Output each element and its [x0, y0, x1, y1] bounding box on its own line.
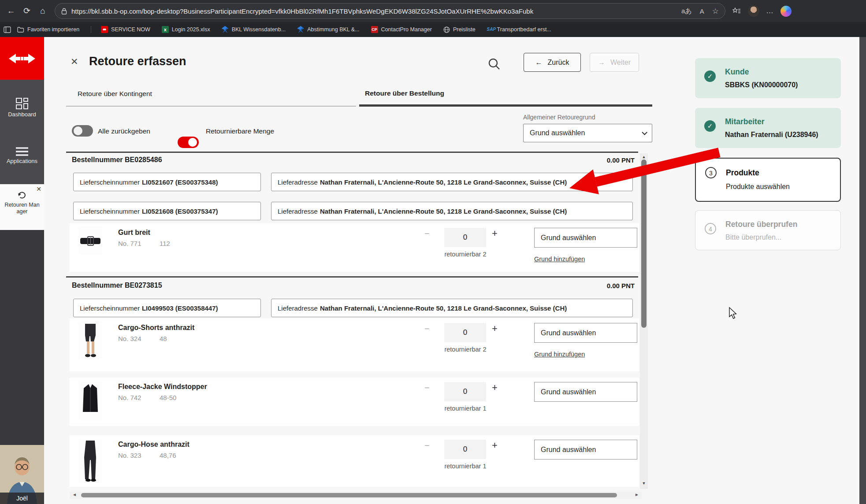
step-title: Retoure überprufen [725, 220, 797, 229]
delivery-note-button[interactable]: LieferscheinnummerLI0521608 (ES00375347) [73, 202, 261, 220]
increase-quantity-button[interactable]: + [492, 440, 498, 451]
next-button[interactable]: → Weiter [590, 53, 639, 72]
address-bar[interactable]: https://bkl.sbb.b-op.com/bop-desktop?Bus… [55, 3, 725, 19]
increase-quantity-button[interactable]: + [492, 382, 498, 393]
quantity-input[interactable]: 0 [444, 382, 486, 401]
step-kunde[interactable]: ✓ Kunde SBBKS (KN00000070) [695, 58, 841, 98]
reason-select[interactable]: Grund auswählen [534, 323, 637, 343]
add-reason-link[interactable]: Grund hinzufügen [534, 351, 585, 358]
collections-icon[interactable] [732, 7, 741, 15]
increase-quantity-button[interactable]: + [492, 228, 498, 239]
tab-retoure-bestellung[interactable]: Retoure über Bestellung [365, 89, 444, 97]
toggle-alle-zurueckgeben[interactable] [72, 125, 93, 137]
bookmark-transportbedarf[interactable]: SAP Transportbedarf erst... [487, 26, 551, 33]
quantity-input[interactable]: 0 [444, 323, 486, 342]
close-dialog-icon[interactable]: ✕ [71, 56, 78, 67]
vertical-scrollbar[interactable]: ▲ ▼ [640, 153, 648, 489]
decrease-quantity-button[interactable]: − [424, 383, 430, 393]
read-aloud-icon[interactable]: A [700, 7, 704, 15]
next-button-label: Weiter [610, 59, 631, 67]
bookmark-abstimmung-bkl[interactable]: Abstimmung BKL &... [297, 26, 359, 33]
url-text[interactable]: https://bkl.sbb.b-op.com/bop-desktop?Bus… [71, 7, 673, 15]
add-reason-link[interactable]: Grund hinzufügen [534, 256, 585, 263]
close-app-icon[interactable]: ✕ [36, 186, 41, 193]
delivery-note-button[interactable]: LieferscheinnummerLI0521607 (ES00375348) [73, 173, 261, 191]
sidebar-item-applications[interactable]: Applications [0, 147, 44, 164]
general-reason-label: Allgemeiner Retouregrund [523, 114, 595, 121]
product-size: 112 [160, 240, 170, 247]
general-reason-select[interactable]: Grund auswählen [523, 124, 652, 142]
delivery-note-button[interactable]: LieferscheinnummerLI0499503 (ES00358447) [73, 299, 261, 317]
favorites-import-button[interactable]: Favoriten importieren [17, 26, 79, 33]
bookmark-label: Login 2025.xlsx [172, 26, 210, 33]
return-icon [17, 191, 27, 200]
browser-chrome: ← ⟳ ⌂ https://bkl.sbb.b-op.com/bop-deskt… [0, 0, 866, 22]
sidebar-item-retouren-manager[interactable]: ✕ Retouren Man ager [0, 184, 44, 230]
select-value: Grund auswählen [530, 129, 585, 137]
bookmark-label: Preisliste [453, 26, 476, 33]
bird-favicon [297, 26, 304, 33]
bookmark-contactpro-manager[interactable]: CP ContactPro Manager [371, 26, 432, 33]
back-icon[interactable]: ← [4, 4, 18, 18]
browser-profile-avatar[interactable] [748, 5, 759, 17]
product-size: 48-50 [160, 394, 176, 401]
decrease-quantity-button[interactable]: − [424, 229, 430, 239]
decrease-quantity-button[interactable]: − [424, 324, 430, 334]
bookmark-service-now[interactable]: ⬌ SERVICE NOW [101, 26, 150, 33]
returnable-count: retournierbar 1 [435, 463, 496, 470]
toggle-alle-label: Alle zurückgeben [98, 127, 150, 135]
order-number: Bestellnummer BE0273815 [72, 282, 162, 289]
product-number: No. 742 [118, 394, 141, 401]
step-retoure-ueberprufen[interactable]: 4 Retoure überprufen Bitte überprufen... [695, 210, 841, 250]
home-icon[interactable]: ⌂ [36, 4, 49, 18]
sidebar-item-dashboard[interactable]: Dashboard [0, 97, 44, 118]
tab-panel-icon[interactable] [4, 26, 11, 33]
delivery-address-button[interactable]: LieferadresseNathan Fraternali, L'Ancien… [271, 299, 633, 317]
horizontal-scrollbar[interactable]: ◄ ► [70, 492, 642, 499]
retouren-label-line1: Retouren Man [0, 202, 44, 208]
reason-select[interactable]: Grund auswählen [534, 440, 637, 460]
back-button-label: Zurück [548, 59, 569, 67]
toggle-knob [188, 138, 197, 147]
browser-menu-icon[interactable]: … [766, 7, 774, 15]
tab-retoure-kontingent[interactable]: Retoure über Kontingent [78, 90, 152, 98]
bookmark-bkl-wissensdatenbank[interactable]: BKL Wissensdatenb... [222, 26, 286, 33]
increase-quantity-button[interactable]: + [492, 323, 498, 334]
product-row: Fleece-Jacke Windstopper No. 742 48-50 −… [70, 378, 639, 426]
delivery-note-value: LI0499503 (ES00358447) [142, 304, 218, 312]
favorites-bar: Favoriten importieren ⬌ SERVICE NOW x Lo… [0, 22, 866, 37]
back-button[interactable]: ← Zurück [524, 53, 581, 72]
reason-select[interactable]: Grund auswählen [534, 228, 637, 248]
translate-icon[interactable]: aあ [681, 7, 692, 15]
search-icon[interactable] [487, 57, 501, 70]
vertical-scrollbar-thumb[interactable] [641, 159, 647, 328]
bookmark-preisliste[interactable]: Preisliste [443, 26, 476, 33]
section-divider [66, 152, 638, 153]
copilot-icon[interactable] [781, 6, 792, 17]
step-mitarbeiter[interactable]: ✓ Mitarbeiter Nathan Fraternali (U238946… [695, 108, 841, 148]
bookmark-login-xlsx[interactable]: x Login 2025.xlsx [162, 26, 210, 33]
delivery-address-button[interactable]: LieferadresseNathan Fraternali, L'Ancien… [271, 202, 633, 220]
bookmark-label: Abstimmung BKL &... [307, 26, 359, 33]
favorite-star-icon[interactable]: ☆ [712, 7, 719, 16]
refresh-icon[interactable]: ⟳ [20, 4, 33, 18]
page-title: Retoure erfassen [89, 55, 186, 68]
step-produkte[interactable]: 3 Produkte Produkte auswählen [695, 158, 841, 202]
scroll-up-icon[interactable]: ▲ [640, 155, 648, 159]
toggle-retournierbare-menge[interactable] [178, 137, 199, 148]
quantity-input[interactable]: 0 [444, 440, 486, 459]
product-row: Cargo-Hose anthrazit No. 323 48,76 − 0 +… [70, 435, 639, 487]
delivery-address-button[interactable]: LieferadresseNathan Fraternali, L'Ancien… [271, 173, 633, 191]
product-row: Cargo-Shorts anthrazit No. 324 48 − 0 + … [70, 319, 639, 371]
product-number: No. 324 [118, 335, 141, 342]
reason-select[interactable]: Grund auswählen [534, 382, 637, 402]
toggle-knob [74, 126, 82, 135]
scroll-down-icon[interactable]: ▼ [640, 481, 648, 485]
scroll-left-icon[interactable]: ◄ [72, 492, 77, 497]
user-name-label: Joël [0, 493, 44, 504]
scroll-right-icon[interactable]: ► [635, 492, 639, 497]
decrease-quantity-button[interactable]: − [424, 441, 430, 451]
quantity-input[interactable]: 0 [444, 228, 486, 247]
bookmark-label: SERVICE NOW [111, 26, 150, 33]
horizontal-scrollbar-thumb[interactable] [81, 493, 617, 497]
